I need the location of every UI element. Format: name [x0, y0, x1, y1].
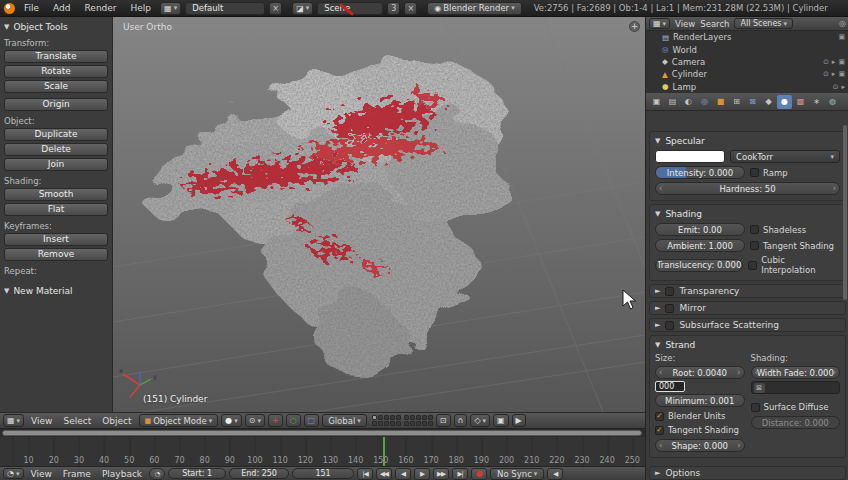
timeline-ruler[interactable]: 1020304050607080901001101201301401501601… — [0, 437, 645, 466]
tab-scene[interactable]: ◐ — [681, 95, 696, 109]
strand-shape-slider[interactable]: ‹ Shape: 0.000 › — [655, 439, 745, 452]
panel-header-specular[interactable]: ▼ Specular — [655, 134, 840, 147]
restrict-view-icon[interactable]: ⊙ — [823, 58, 829, 66]
preview-range-toggle[interactable]: ◔ — [149, 468, 165, 480]
region-expand-icon[interactable]: + — [629, 21, 640, 32]
next-keyframe-button[interactable]: ▶▶ — [433, 468, 449, 480]
restrict-view-icon[interactable]: ⊙ — [833, 83, 839, 91]
shadeless-checkbox[interactable]: Shadeless — [750, 225, 806, 235]
cubic-interpolation-checkbox[interactable]: Cubic Interpolation — [748, 255, 840, 275]
tool-shelf-header[interactable]: ▼ Object Tools — [4, 22, 108, 32]
tab-particles[interactable]: ∗ — [809, 95, 824, 109]
delete-button[interactable]: Delete — [4, 143, 108, 156]
scale-button[interactable]: Scale — [4, 80, 108, 93]
menu-add[interactable]: Add — [48, 2, 75, 14]
outliner-display-filter-select[interactable]: All Scenes ▾ — [734, 18, 793, 29]
manipulator-rotate-toggle[interactable]: ○ — [286, 414, 301, 427]
ambient-slider[interactable]: Ambient: 1.000 — [655, 239, 745, 252]
increment-arrow-icon[interactable]: › — [737, 441, 740, 450]
decrement-arrow-icon[interactable]: ‹ — [659, 184, 662, 193]
viewport-shading-select[interactable]: ● ▾ — [221, 414, 242, 427]
outliner-menu-view[interactable]: View — [675, 19, 695, 29]
editor-type-view3d-button[interactable]: ▦ ▾ — [3, 414, 24, 427]
tab-physics[interactable]: ◍ — [825, 95, 840, 109]
render-engine-select[interactable]: ◉ Blender Render ▾ — [427, 2, 521, 15]
pivot-point-select[interactable]: ⊙ ▾ — [245, 414, 265, 427]
play-reverse-button[interactable]: ◀ — [395, 468, 411, 480]
surface-diffuse-checkbox[interactable]: Surface Diffuse — [751, 402, 829, 412]
specular-intensity-slider[interactable]: Intensity: 0.000 — [655, 166, 745, 179]
audio-scrubbing-button[interactable]: ◀ — [547, 468, 563, 480]
timeline-scrollbar[interactable] — [2, 430, 642, 436]
panel-subsurface-scattering[interactable]: ► Subsurface Scattering — [649, 318, 846, 332]
origin-button[interactable]: Origin — [4, 98, 108, 111]
flat-button[interactable]: Flat — [4, 203, 108, 216]
jump-to-start-button[interactable]: |◀ — [357, 468, 373, 480]
decrement-arrow-icon[interactable]: ‹ — [659, 441, 662, 450]
insert-keyframe-button[interactable]: Insert — [4, 233, 108, 246]
panel-header-shading[interactable]: ▼ Shading — [655, 207, 840, 220]
tab-render-layers[interactable]: ▤ — [665, 95, 680, 109]
tab-world[interactable]: ◎ — [697, 95, 712, 109]
new-material-panel-header[interactable]: ▼ New Material — [4, 286, 108, 296]
blender-logo-icon[interactable] — [4, 3, 15, 14]
editor-type-timeline-button[interactable]: ◔ ▾ — [3, 468, 24, 479]
outliner-item-camera[interactable]: ◆ Camera ⊙ ▸ ▣ — [646, 56, 848, 68]
timeline-menu-frame[interactable]: Frame — [59, 469, 95, 479]
smooth-button[interactable]: Smooth — [4, 188, 108, 201]
scene-users-button[interactable]: 3 — [387, 2, 400, 15]
restrict-render-icon[interactable]: ▣ — [838, 33, 845, 41]
specular-color-swatch[interactable] — [655, 150, 725, 163]
previous-keyframe-button[interactable]: ◀◀ — [376, 468, 392, 480]
frame-start-field[interactable]: Start: 1 — [168, 468, 226, 479]
outliner-item-renderlayers[interactable]: ▤ RenderLayers ▣ — [646, 31, 848, 43]
hardness-slider[interactable]: ‹ Hardness: 50 › — [655, 182, 840, 195]
scene-close-button[interactable]: × — [404, 2, 417, 15]
manipulator-translate-toggle[interactable]: + — [268, 414, 283, 427]
editor-type-outliner-button[interactable]: ▦ ▾ — [649, 18, 670, 29]
viewport-3d[interactable]: x y User Ortho (151) Cylinder + — [113, 17, 645, 412]
strand-minimum-slider[interactable]: Minimum: 0.001 — [655, 394, 745, 407]
join-button[interactable]: Join — [4, 158, 108, 171]
view3d-menu-object[interactable]: Object — [98, 416, 135, 426]
properties-scrollbar[interactable] — [843, 125, 847, 300]
outliner-item-cylinder[interactable]: ▲ Cylinder ⊙ ▸ ▣ — [646, 68, 848, 80]
menu-help[interactable]: Help — [126, 2, 157, 14]
snap-toggle[interactable]: ∩ — [454, 414, 468, 427]
restrict-select-icon[interactable]: ▸ — [841, 83, 845, 91]
record-auto-keyframe-button[interactable]: ● — [471, 468, 487, 480]
outliner-menu-search[interactable]: Search — [700, 19, 729, 29]
view3d-menu-select[interactable]: Select — [59, 416, 95, 426]
restrict-select-icon[interactable]: ▸ — [832, 70, 836, 78]
mirror-enable-checkbox[interactable] — [665, 304, 674, 313]
panel-mirror[interactable]: ► Mirror — [649, 301, 846, 315]
strand-root-slider[interactable]: ‹ Root: 0.0040 › — [655, 366, 745, 379]
tab-object[interactable]: ■ — [713, 95, 728, 109]
transparency-enable-checkbox[interactable] — [665, 287, 674, 296]
layer-cell-active[interactable] — [372, 415, 377, 420]
duplicate-button[interactable]: Duplicate — [4, 128, 108, 141]
blender-units-checkbox[interactable]: ✓ Blender Units — [655, 411, 725, 421]
timeline-menu-playback[interactable]: Playback — [98, 469, 146, 479]
panel-options[interactable]: ► Options — [649, 466, 846, 480]
snap-element-select[interactable]: ◇ ▾ — [470, 414, 490, 427]
surface-distance-slider[interactable]: Distance: 0.000 — [751, 416, 841, 429]
outliner-item-world[interactable]: ◎ World — [646, 43, 848, 55]
emit-slider[interactable]: Emit: 0.00 — [655, 223, 745, 236]
restrict-render-icon[interactable]: ▣ — [838, 58, 845, 66]
strand-tangent-shading-checkbox[interactable]: ✓ Tangent Shading — [655, 425, 739, 435]
tab-constraints[interactable]: ⊞ — [729, 95, 744, 109]
mode-select[interactable]: ■ Object Mode ▾ — [139, 414, 219, 427]
opengl-render-anim-button[interactable]: ▶ — [512, 414, 526, 427]
outliner-item-lamp[interactable]: ● Lamp ⊙ ▸ — [646, 81, 848, 93]
sss-enable-checkbox[interactable] — [665, 321, 674, 330]
jump-to-end-button[interactable]: ▶| — [452, 468, 468, 480]
screen-layout-close-button[interactable]: × — [269, 2, 282, 15]
lock-to-scene-toggle[interactable]: ⊡ — [436, 414, 451, 427]
opengl-render-button[interactable]: ▣ — [493, 414, 509, 427]
scene-browse-button[interactable]: ◪ ▾ — [292, 2, 313, 15]
timeline[interactable]: 1020304050607080901001101201301401501601… — [0, 429, 645, 466]
tab-texture[interactable]: ▩ — [793, 95, 808, 109]
tab-modifiers[interactable]: ⊠ — [745, 95, 760, 109]
play-button[interactable]: ▶ — [414, 468, 430, 480]
